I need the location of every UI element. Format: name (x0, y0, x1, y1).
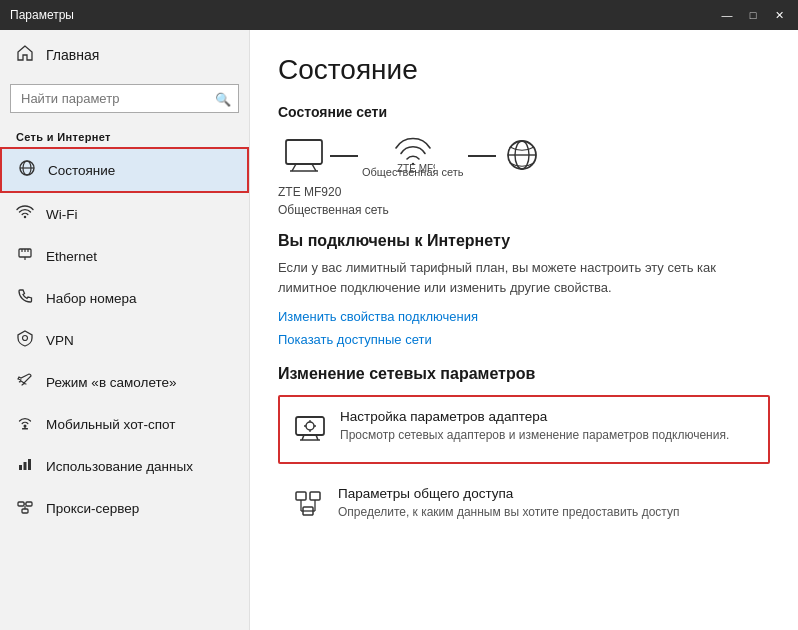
search-input[interactable] (10, 84, 239, 113)
svg-rect-38 (310, 492, 320, 500)
main-container: Главная 🔍 Сеть и Интернет Состояние (0, 30, 798, 630)
svg-rect-16 (26, 502, 32, 506)
device-network-type: Общественная сеть (278, 203, 389, 217)
close-button[interactable]: ✕ (770, 6, 788, 24)
home-icon (16, 44, 34, 66)
svg-line-21 (292, 164, 296, 171)
sidebar-item-airplane[interactable]: Режим «в самолете» (0, 361, 249, 403)
sidebar-item-airplane-label: Режим «в самолете» (46, 375, 177, 390)
net-line-2 (468, 155, 496, 157)
router-device: ZTE MF920 Общественная сеть (362, 134, 464, 178)
window-controls: — □ ✕ (718, 6, 788, 24)
sidebar-item-datausage[interactable]: Использование данных (0, 445, 249, 487)
sidebar-item-hotspot-label: Мобильный хот-спот (46, 417, 175, 432)
search-icon: 🔍 (215, 91, 231, 106)
sidebar-item-ethernet-label: Ethernet (46, 249, 97, 264)
adapter-settings-card[interactable]: Настройка параметров адаптера Просмотр с… (278, 395, 770, 464)
device-name-area: ZTE MF920 Общественная сеть (278, 182, 770, 218)
sharing-card-desc: Определите, к каким данным вы хотите пре… (338, 504, 679, 521)
sidebar-item-proxy-label: Прокси-сервер (46, 501, 139, 516)
sidebar-item-vpn-label: VPN (46, 333, 74, 348)
svg-rect-12 (19, 465, 22, 470)
net-line-1 (330, 155, 358, 157)
maximize-button[interactable]: □ (744, 6, 762, 24)
sidebar-item-ethernet[interactable]: Ethernet (0, 235, 249, 277)
sidebar-item-dialup-label: Набор номера (46, 291, 137, 306)
sidebar-item-status-label: Состояние (48, 163, 115, 178)
adapter-card-desc: Просмотр сетевых адаптеров и изменение п… (340, 427, 729, 444)
network-diagram: ZTE MF920 Общественная сеть (278, 134, 770, 178)
adapter-settings-icon (294, 411, 326, 450)
sidebar: Главная 🔍 Сеть и Интернет Состояние (0, 30, 250, 630)
svg-rect-14 (28, 459, 31, 470)
phone-icon (16, 287, 34, 309)
home-label: Главная (46, 47, 99, 63)
sidebar-item-datausage-label: Использование данных (46, 459, 193, 474)
device-name-label: ZTE MF920 (278, 185, 341, 199)
svg-rect-15 (18, 502, 24, 506)
svg-rect-20 (286, 140, 322, 164)
search-container: 🔍 (10, 84, 239, 113)
sidebar-item-status[interactable]: Состояние (0, 147, 249, 193)
internet-device (500, 138, 544, 174)
svg-rect-13 (24, 462, 27, 470)
svg-point-32 (306, 422, 314, 430)
page-title: Состояние (278, 54, 770, 86)
pc-device (282, 138, 326, 174)
device-type-label: Общественная сеть (362, 166, 464, 178)
show-networks-link[interactable]: Показать доступные сети (278, 332, 770, 347)
vpn-icon (16, 329, 34, 351)
sidebar-item-dialup[interactable]: Набор номера (0, 277, 249, 319)
data-icon (16, 455, 34, 477)
sidebar-item-home[interactable]: Главная (0, 30, 249, 80)
title-bar: Параметры — □ ✕ (0, 0, 798, 30)
change-section-title: Изменение сетевых параметров (278, 365, 770, 383)
sharing-settings-card[interactable]: Параметры общего доступа Определите, к к… (278, 474, 770, 539)
svg-point-8 (23, 336, 28, 341)
network-status-title: Состояние сети (278, 104, 770, 120)
hotspot-icon (16, 413, 34, 435)
svg-rect-11 (22, 428, 28, 430)
minimize-button[interactable]: — (718, 6, 736, 24)
ethernet-icon (16, 245, 34, 267)
sharing-settings-icon (292, 488, 324, 527)
adapter-card-content: Настройка параметров адаптера Просмотр с… (340, 409, 729, 444)
change-properties-link[interactable]: Изменить свойства подключения (278, 309, 770, 324)
sharing-card-title: Параметры общего доступа (338, 486, 679, 501)
content-area: Состояние Состояние сети (250, 30, 798, 630)
proxy-icon (16, 497, 34, 519)
svg-rect-37 (296, 492, 306, 500)
svg-line-22 (312, 164, 316, 171)
adapter-card-title: Настройка параметров адаптера (340, 409, 729, 424)
app-title: Параметры (10, 8, 74, 22)
sidebar-item-hotspot[interactable]: Мобильный хот-спот (0, 403, 249, 445)
status-icon (18, 159, 36, 181)
wifi-icon (16, 203, 34, 225)
sidebar-item-wifi[interactable]: Wi-Fi (0, 193, 249, 235)
svg-rect-28 (296, 417, 324, 435)
sidebar-item-wifi-label: Wi-Fi (46, 207, 77, 222)
sidebar-item-proxy[interactable]: Прокси-сервер (0, 487, 249, 529)
connected-title: Вы подключены к Интернету (278, 232, 770, 250)
svg-rect-18 (22, 509, 28, 513)
airplane-icon (16, 371, 34, 393)
sidebar-section-title: Сеть и Интернет (0, 123, 249, 147)
connected-desc: Если у вас лимитный тарифный план, вы мо… (278, 258, 770, 297)
sidebar-item-vpn[interactable]: VPN (0, 319, 249, 361)
sharing-card-content: Параметры общего доступа Определите, к к… (338, 486, 679, 521)
